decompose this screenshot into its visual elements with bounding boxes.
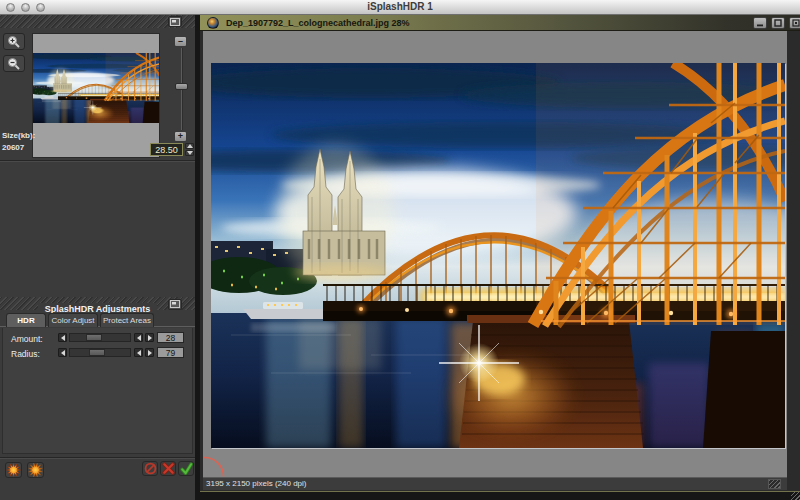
detach-panel-icon[interactable] [168,16,182,27]
amount-value-input[interactable] [157,332,184,343]
radius-slider-row: Radius: [3,348,194,359]
zoom-out-magnifier-icon [6,57,22,71]
discard-x-icon [162,462,175,475]
zoom-out-button[interactable] [3,55,25,72]
size-value: 20607 [2,143,24,152]
navigator-thumbnail[interactable] [32,33,160,158]
document-statusbar: 3195 x 2150 pixels (240 dpi) [203,477,787,490]
amount-slider-track[interactable] [69,333,131,342]
thumbnail-photo [33,53,160,123]
radius-value-input[interactable] [157,347,184,358]
resize-grip-icon[interactable] [768,479,781,489]
document-thumbnail-icon [207,17,219,29]
document-title: Dep_1907792_L_colognecathedral.jpg 28% [226,15,410,31]
zoom-stepper [185,143,194,156]
splash-effect-alt-button[interactable] [27,462,44,478]
adjustments-tabs: HDR Effect Color Adjust Protect Areas [0,313,195,327]
tab-color-adjust[interactable]: Color Adjust [48,313,98,327]
block-button[interactable] [142,461,158,476]
document-window: Dep_1907792_L_colognecathedral.jpg 28% 3… [200,15,800,492]
corner-arc-mark [203,456,225,477]
size-label: Size(kb): [2,131,35,140]
maximize-icon [773,18,783,28]
apply-check-icon [180,462,193,475]
image-canvas[interactable] [203,31,787,477]
block-icon [144,462,157,475]
amount-arrow-left-button[interactable] [134,333,143,342]
minimize-button[interactable] [753,17,767,29]
zoom-slider-plus-button[interactable]: + [174,131,187,142]
adjustments-title: SplashHDR Adjustments [0,298,195,311]
app-window: iSplashHDR 1 – + [0,0,800,500]
radius-label: Radius: [11,349,40,359]
radius-slider-track[interactable] [69,348,131,357]
hdr-effect-panel: Amount: Radius: [2,328,193,454]
radius-arrow-left-button[interactable] [134,348,143,357]
zoom-percent-input[interactable] [150,143,183,156]
divider [0,457,195,459]
splash-effect-alt-icon [28,462,43,478]
stepper-down-button[interactable] [185,150,194,156]
discard-button[interactable] [160,461,176,476]
radius-slider-thumb[interactable] [89,349,105,356]
tab-hdr-effect[interactable]: HDR Effect [6,313,46,327]
navigator-pane-header [0,15,195,28]
amount-slider-thumb[interactable] [86,334,102,341]
amount-label: Amount: [11,334,43,344]
close-button[interactable] [789,17,800,29]
document-titlebar[interactable]: Dep_1907792_L_colognecathedral.jpg 28% [200,15,800,31]
amount-arrow-right-button[interactable] [145,333,154,342]
image-dimensions-text: 3195 x 2150 pixels (240 dpi) [206,478,307,490]
stepper-up-button[interactable] [185,143,194,149]
sidebar: – + Size(kb): 20607 SplashHDR Adjustment… [0,15,195,500]
zoom-in-button[interactable] [3,33,25,50]
zoom-slider-minus-button[interactable]: – [174,36,187,47]
photo-render [211,63,785,448]
photo-cologne-cathedral[interactable] [211,63,785,448]
amount-slider-row: Amount: [3,333,194,344]
zoom-in-magnifier-icon [6,35,22,49]
macos-titlebar: iSplashHDR 1 [0,0,800,15]
tab-protect-areas[interactable]: Protect Areas [100,313,154,327]
amount-step-left-button[interactable] [58,333,67,342]
divider [0,160,195,162]
window-resize-grip-icon[interactable] [791,491,800,500]
apply-button[interactable] [178,461,194,476]
app-title: iSplashHDR 1 [0,0,800,15]
splash-effect-button[interactable] [5,462,22,478]
radius-arrow-right-button[interactable] [145,348,154,357]
close-icon [791,18,800,28]
minimize-icon [755,18,765,28]
maximize-button[interactable] [771,17,785,29]
splash-effect-icon [6,462,21,478]
zoom-slider-handle[interactable] [175,83,188,90]
radius-step-left-button[interactable] [58,348,67,357]
